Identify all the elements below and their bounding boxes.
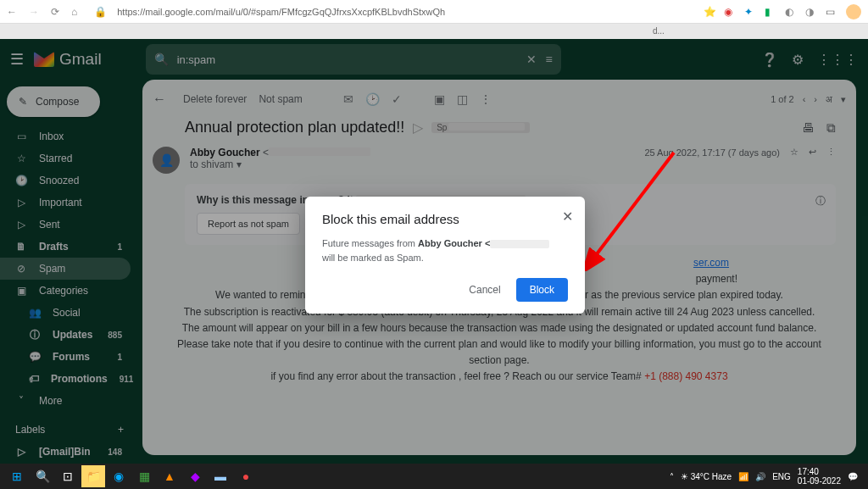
delete-forever-button[interactable]: Delete forever [183,93,247,105]
language-indicator[interactable]: ENG [772,472,791,481]
chrome-icon[interactable]: ● [234,465,258,487]
not-spam-button[interactable]: Not spam [259,93,302,105]
sidebar-item-count: 1 [117,353,122,362]
labels-icon[interactable]: ◫ [457,92,468,106]
back-icon[interactable]: ← [7,6,17,18]
reply-icon[interactable]: ↩ [809,147,816,158]
ext-icon-4[interactable]: ◐ [785,6,797,18]
cancel-button[interactable]: Cancel [460,279,509,301]
dialog-title: Block this email address [322,212,568,226]
gmail-logo[interactable]: Gmail [34,50,102,69]
volume-icon[interactable]: 🔊 [755,472,765,481]
sidebar-item-snoozed[interactable]: 🕑Snoozed [0,169,131,192]
sidebar-item-spam[interactable]: ⊘Spam [0,258,131,280]
home-icon[interactable]: ⌂ [71,6,77,18]
prev-message-icon[interactable]: ‹ [803,94,806,104]
gmail-header: ☰ Gmail 🔍 ✕ ≡ ❔ ⚙ ⋮⋮⋮ [0,39,868,80]
forward-icon[interactable]: → [29,6,39,18]
compose-label: Compose [36,96,79,108]
print-icon[interactable]: 🖶 [802,120,815,136]
notifications-icon[interactable]: 💬 [848,472,858,481]
app-icon-2[interactable]: ◆ [183,465,207,487]
sidebar-item-starred[interactable]: ☆Starred [0,147,131,169]
address-bar[interactable]: https://mail.google.com/mail/u/0/#spam/F… [117,7,693,17]
sidebar-item-label: Inbox [39,131,110,142]
collections-icon[interactable]: ▭ [826,6,837,18]
snooze-icon[interactable]: 🕑 [365,92,380,106]
ext-icon-1[interactable]: ◉ [724,6,736,18]
search-icon[interactable]: 🔍 [154,53,169,66]
vlc-icon[interactable]: ▲ [158,465,181,487]
block-button[interactable]: Block [516,278,568,302]
lock-icon: 🔒 [94,6,107,18]
refresh-icon[interactable]: ⟳ [51,6,59,18]
settings-icon[interactable]: ⚙ [792,52,804,68]
search-taskbar-icon[interactable]: 🔍 [31,465,54,487]
sidebar-item-updates[interactable]: ⓘUpdates885 [0,324,131,346]
input-lang-chevron-icon[interactable]: ▾ [841,94,846,105]
ext-icon-3[interactable]: ▮ [765,6,776,18]
forums-icon: 💬 [29,351,41,363]
edge-icon[interactable]: ◉ [107,465,131,487]
sidebar-item-drafts[interactable]: 🗎Drafts1 [0,236,131,258]
sidebar-item-important[interactable]: ▷Important [0,192,131,214]
recipient-chevron-icon[interactable]: ▾ [236,158,242,170]
app-icon-3[interactable]: ▬ [209,465,232,487]
search-bar[interactable]: 🔍 ✕ ≡ [146,44,561,75]
explorer-icon[interactable]: 📁 [81,465,105,487]
profile-icon[interactable] [846,4,861,19]
apps-icon[interactable]: ⋮⋮⋮ [817,52,858,68]
browser-toolbar: ← → ⟳ ⌂ 🔒 https://mail.google.com/mail/u… [0,0,868,24]
task-view-icon[interactable]: ⊡ [56,465,80,487]
mark-unread-icon[interactable]: ✉ [343,92,353,106]
add-label-icon[interactable]: + [118,424,124,436]
help-icon[interactable]: ❔ [761,52,778,68]
clock[interactable]: 17:4001-09-2022 [798,467,841,486]
app-icon-1[interactable]: ▦ [132,465,156,487]
more-icon[interactable]: ⋮ [480,92,492,106]
sidebar-item-promotions[interactable]: 🏷Promotions911 [0,368,131,390]
close-dialog-icon[interactable]: ✕ [562,208,573,225]
inbox-icon: ▭ [15,131,27,142]
back-to-list-icon[interactable]: ← [153,92,166,107]
report-not-spam-button[interactable]: Report as not spam [197,213,300,235]
sidebar-item-label: Categories [39,285,110,297]
body-link[interactable]: ser.com [693,257,729,269]
label-item[interactable]: ▷[Gmail]Bin148 [0,441,131,463]
info-icon[interactable]: ⓘ [815,194,826,208]
compose-button[interactable]: ✎ Compose [7,86,100,117]
input-lang-icon[interactable]: अ [826,94,832,105]
ext-icon-5[interactable]: ◑ [805,6,817,18]
search-options-icon[interactable]: ≡ [545,53,552,66]
add-task-icon[interactable]: ✓ [392,92,402,106]
message-more-icon[interactable]: ⋮ [826,147,836,158]
sidebar-item-label: Starred [39,153,110,164]
sidebar-item-sent[interactable]: ▷Sent [0,214,131,236]
clear-search-icon[interactable]: ✕ [526,53,537,66]
star-icon[interactable]: ☆ [790,147,798,158]
sidebar-item-inbox[interactable]: ▭Inbox [0,125,131,147]
tray-chevron-icon[interactable]: ˄ [670,472,674,481]
start-button[interactable]: ⊞ [5,465,29,487]
sidebar-item-more[interactable]: ˅More [0,390,131,412]
wifi-icon[interactable]: 📶 [738,472,748,481]
spam-icon: ⊘ [15,263,27,275]
search-input[interactable] [177,53,519,66]
next-message-icon[interactable]: › [814,94,817,104]
important-marker-icon[interactable]: ▷ [413,119,423,136]
sender-name: Abby Goucher [190,147,260,158]
sidebar-item-social[interactable]: 👥Social [0,302,131,324]
promo-icon: 🏷 [29,373,39,385]
open-new-icon[interactable]: ⧉ [826,120,836,136]
message-counter: 1 of 2 [771,94,794,104]
sidebar-item-forums[interactable]: 💬Forums1 [0,346,131,368]
sidebar: ✎ Compose ▭Inbox☆Starred🕑Snoozed▷Importa… [0,80,136,464]
menu-icon[interactable]: ☰ [10,50,24,69]
sidebar-item-categories[interactable]: ▣Categories [0,280,131,302]
weather-widget[interactable]: ☀ 34°C Haze [681,472,732,481]
ext-icon-2[interactable]: ✦ [744,6,756,18]
move-to-icon[interactable]: ▣ [434,92,445,106]
sidebar-item-count: 1 [117,242,122,252]
favorite-icon[interactable]: ⭐ [704,6,715,18]
label-icon: ▷ [15,446,27,458]
